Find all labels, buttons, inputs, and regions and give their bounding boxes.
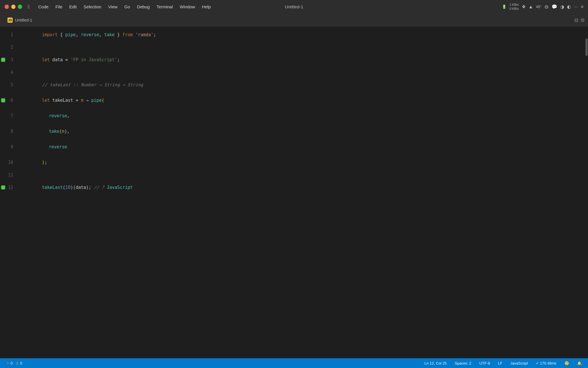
- warning-number: 0: [20, 361, 22, 365]
- temperature: 45°: [536, 5, 542, 9]
- code-line-content-6[interactable]: let takeLast = n ⇒ pipe(: [19, 93, 104, 108]
- editor: 1 import { pipe, reverse, take } from 'r…: [0, 27, 588, 358]
- smiley-icon[interactable]: 🙂: [563, 361, 571, 366]
- line-ending[interactable]: LF: [496, 361, 504, 366]
- battery-icon: 🔋: [502, 5, 506, 9]
- line-number-6: 6: [6, 98, 19, 103]
- table-row: 7 reverse,: [0, 108, 588, 124]
- code-line-content-3[interactable]: let data = 'FP in JavaScript';: [19, 52, 120, 68]
- window-title: Untitled-1: [285, 4, 303, 9]
- wifi-icon: ▲: [529, 4, 533, 9]
- encoding[interactable]: UTF-8: [478, 361, 492, 366]
- tab-language-icon: JS: [7, 18, 13, 23]
- table-row: 1 import { pipe, reverse, take } from 'r…: [0, 27, 588, 43]
- code-container: 1 import { pipe, reverse, take } from 'r…: [0, 27, 588, 358]
- circle-button[interactable]: [581, 18, 585, 22]
- line-number-10: 10: [6, 160, 19, 165]
- code-line-content-5[interactable]: // takeLast :: Number → String → String: [19, 77, 143, 93]
- error-number: 0: [11, 361, 13, 365]
- traffic-lights: [5, 5, 22, 9]
- menu-view[interactable]: View: [105, 3, 120, 10]
- close-button[interactable]: [5, 5, 9, 9]
- line-number-4: 4: [6, 70, 19, 75]
- indentation[interactable]: Spaces: 2: [453, 361, 473, 366]
- error-icon: ✕: [6, 361, 9, 365]
- table-row: 2: [0, 43, 588, 52]
- timing: ✓ 170.46ms: [534, 361, 558, 366]
- bell-icon[interactable]: 🔔: [575, 361, 583, 366]
- active-tab[interactable]: JS Untitled-1: [3, 16, 36, 24]
- table-row: 5 // takeLast :: Number → String → Strin…: [0, 77, 588, 93]
- icon2: ◐: [567, 4, 571, 9]
- statusbar-left: ✕ 0 ⚠ 0: [5, 361, 24, 366]
- statusbar: ✕ 0 ⚠ 0 Ln 12, Col 25 Spaces: 2 UTF-8 LF…: [0, 358, 588, 368]
- statusbar-right: Ln 12, Col 25 Spaces: 2 UTF-8 LF JavaScr…: [423, 361, 583, 366]
- menu-terminal[interactable]: Terminal: [154, 3, 176, 10]
- menu-go[interactable]: Go: [121, 3, 133, 10]
- scrollbar-thumb[interactable]: [585, 39, 588, 56]
- table-row: 9 reverse: [0, 139, 588, 155]
- minimize-button[interactable]: [11, 5, 16, 9]
- menu-help[interactable]: Help: [199, 3, 214, 10]
- dropbox-icon: ❖: [522, 4, 526, 9]
- more-icon[interactable]: ···: [574, 4, 578, 9]
- line-number-1: 1: [6, 32, 19, 37]
- menubar:  Code File Edit Selection View Go Debug…: [25, 3, 214, 11]
- menu-window[interactable]: Window: [177, 3, 198, 10]
- wechat-icon: 💬: [552, 4, 557, 9]
- menu-code[interactable]: Code: [35, 3, 51, 10]
- tab-title: Untitled-1: [15, 18, 32, 22]
- breakpoint-3: [1, 58, 5, 62]
- line-number-9: 9: [6, 144, 19, 150]
- breakpoint-area-6[interactable]: [0, 98, 6, 102]
- warning-icon: ⚠: [16, 361, 19, 365]
- menu-file[interactable]: File: [53, 3, 65, 10]
- line-number-8: 8: [6, 129, 19, 134]
- table-row: 6 let takeLast = n ⇒ pipe(: [0, 93, 588, 108]
- line-number-5: 5: [6, 82, 19, 87]
- line-number-11: 11: [6, 172, 19, 178]
- table-row: 12 takeLast(10)(data); // ? JavaScript: [0, 180, 588, 195]
- maximize-button[interactable]: [18, 5, 22, 9]
- menu-debug[interactable]: Debug: [134, 3, 152, 10]
- code-line-content-9[interactable]: reverse: [19, 139, 67, 155]
- cursor-position[interactable]: Ln 12, Col 25: [423, 361, 448, 366]
- breakpoint-area-3[interactable]: [0, 58, 6, 62]
- line-number-3: 3: [6, 57, 19, 62]
- split-editor-icon[interactable]: ⧉: [575, 17, 578, 23]
- table-row: 3 let data = 'FP in JavaScript';: [0, 52, 588, 68]
- network-stats: 1 KB/s0 KB/s: [509, 3, 519, 10]
- icon1: ◑: [560, 4, 564, 9]
- minus-icon: ⊖: [544, 4, 549, 10]
- list-icon[interactable]: ≡: [581, 4, 583, 9]
- line-number-12: 12: [6, 185, 19, 190]
- language-mode[interactable]: JavaScript: [509, 361, 530, 366]
- code-line-content-12[interactable]: takeLast(10)(data); // ? JavaScript: [19, 180, 133, 195]
- titlebar:  Code File Edit Selection View Go Debug…: [0, 0, 588, 14]
- table-row: 11: [0, 170, 588, 180]
- menu-edit[interactable]: Edit: [66, 3, 80, 10]
- apple-menu[interactable]: : [25, 3, 32, 11]
- error-count[interactable]: ✕ 0 ⚠ 0: [5, 361, 24, 366]
- menu-selection[interactable]: Selection: [81, 3, 104, 10]
- tabbar-right: ⧉: [575, 17, 585, 23]
- code-line-content-7[interactable]: reverse,: [19, 108, 70, 124]
- code-line-content-1[interactable]: import { pipe, reverse, take } from 'ram…: [19, 27, 156, 43]
- breakpoint-12: [1, 185, 5, 189]
- code-line-content-8[interactable]: take(n),: [19, 124, 70, 139]
- line-number-2: 2: [6, 45, 19, 50]
- breakpoint-area-12[interactable]: [0, 185, 6, 189]
- table-row: 8 take(n),: [0, 124, 588, 139]
- tabbar: JS Untitled-1 ⧉: [0, 14, 588, 27]
- code-line-content-10[interactable]: );: [19, 155, 47, 170]
- scrollbar-track[interactable]: [585, 27, 588, 358]
- table-row: 4: [0, 68, 588, 77]
- table-row: 10 );: [0, 155, 588, 170]
- titlebar-left:  Code File Edit Selection View Go Debug…: [5, 3, 214, 11]
- titlebar-right: 🔋 1 KB/s0 KB/s ❖ ▲ 45° ⊖ 💬 ◑ ◐ ··· ≡: [502, 3, 583, 10]
- breakpoint-6: [1, 98, 5, 102]
- line-number-7: 7: [6, 113, 19, 118]
